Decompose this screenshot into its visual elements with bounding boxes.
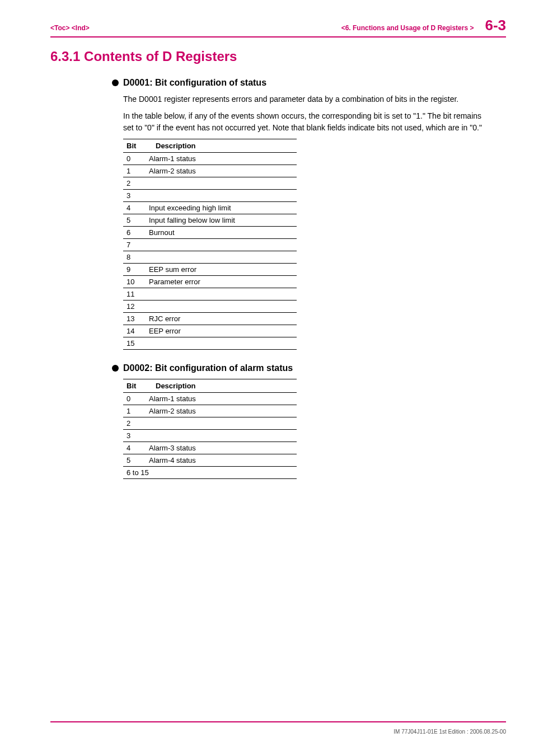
subsection-heading-d0001: D0001: Bit configuration of status — [112, 78, 484, 88]
table-d0001: Bit Description 0Alarm-1 status 1Alarm-2… — [123, 139, 297, 350]
table-row: 3 — [123, 429, 297, 442]
table-cell-bit: 3 — [123, 189, 146, 201]
table-header-desc: Description — [146, 379, 297, 392]
table-cell-bit: 1 — [123, 165, 146, 177]
table-row: 14EEP error — [123, 325, 297, 337]
table-cell-bit: 4 — [123, 442, 146, 454]
table-row: 5Alarm-4 status — [123, 454, 297, 466]
table-cell-desc — [146, 300, 297, 312]
: 1Alarm-2 status — [123, 165, 297, 177]
table-cell-bit: 14 — [123, 325, 146, 337]
paragraph: The D0001 register represents errors and… — [123, 93, 484, 105]
header-left-toc-ind[interactable]: <Toc> <Ind> — [50, 24, 90, 32]
table-row: 4Alarm-3 status — [123, 442, 297, 454]
table-cell-desc — [146, 251, 297, 263]
table-row: 9EEP sum error — [123, 263, 297, 275]
table-cell-desc: Alarm-2 status — [146, 405, 297, 417]
table-cell-desc — [146, 177, 297, 189]
header-right: <6. Functions and Usage of D Registers >… — [341, 17, 506, 34]
table-cell-bit: 6 to 15 — [123, 466, 297, 478]
table-cell-desc: EEP sum error — [146, 263, 297, 275]
paragraph: In the table below, if any of the events… — [123, 110, 484, 133]
table-row: 13RJC error — [123, 312, 297, 325]
table-cell-bit: 0 — [123, 392, 146, 405]
table-cell-bit: 9 — [123, 263, 146, 275]
table-cell-desc: Alarm-3 status — [146, 442, 297, 454]
table-header-bit: Bit — [123, 379, 146, 392]
subsection-title: D0002: Bit configuration of alarm status — [123, 363, 293, 373]
table-header-desc: Description — [146, 139, 297, 152]
footer-text: IM 77J04J11-01E 1st Edition : 2006.08.25… — [394, 729, 506, 735]
table-cell-desc: Alarm-1 status — [146, 152, 297, 165]
page-header: <Toc> <Ind> <6. Functions and Usage of D… — [50, 17, 506, 37]
subsection-title: D0001: Bit configuration of status — [123, 78, 266, 88]
header-breadcrumb[interactable]: <6. Functions and Usage of D Registers > — [341, 24, 474, 32]
table-cell-desc: Alarm-1 status — [146, 392, 297, 405]
table-cell-desc: Input falling below low limit — [146, 214, 297, 226]
bullet-icon — [112, 79, 119, 86]
table-cell-bit: 1 — [123, 405, 146, 417]
table-row: 4Input exceeding high limit — [123, 201, 297, 214]
table-cell-desc: Burnout — [146, 226, 297, 238]
table-cell-bit: 0 — [123, 152, 146, 165]
table-cell-desc: Alarm-2 status — [146, 165, 297, 177]
table-header-bit: Bit — [123, 139, 146, 152]
table-cell-bit: 10 — [123, 275, 146, 288]
table-cell-desc — [146, 189, 297, 201]
table-row: 6Burnout — [123, 226, 297, 238]
table-row: 10Parameter error — [123, 275, 297, 288]
table-cell-bit: 13 — [123, 312, 146, 325]
table-row: 11 — [123, 288, 297, 300]
section-title: 6.3.1 Contents of D Registers — [50, 49, 506, 64]
table-cell-bit: 3 — [123, 429, 146, 442]
page-number: 6-3 — [485, 17, 506, 34]
table-row: 12 — [123, 300, 297, 312]
table-row: 0Alarm-1 status — [123, 392, 297, 405]
table-cell-desc: Input exceeding high limit — [146, 201, 297, 214]
table-cell-desc: RJC error — [146, 312, 297, 325]
table-cell-desc: Alarm-4 status — [146, 454, 297, 466]
bullet-icon — [112, 365, 119, 372]
table-row: 6 to 15 — [123, 466, 297, 478]
table-cell-desc — [146, 288, 297, 300]
table-cell-desc: EEP error — [146, 325, 297, 337]
table-row: 5Input falling below low limit — [123, 214, 297, 226]
table-cell-bit: 6 — [123, 226, 146, 238]
table-row: 2 — [123, 177, 297, 189]
table-cell-bit: 2 — [123, 417, 146, 429]
table-cell-bit: 12 — [123, 300, 146, 312]
table-cell-desc — [146, 337, 297, 349]
table-row: 1Alarm-2 status — [123, 405, 297, 417]
table-cell-bit: 11 — [123, 288, 146, 300]
table-cell-desc: Parameter error — [146, 275, 297, 288]
table-cell-bit: 5 — [123, 454, 146, 466]
table-cell-bit: 5 — [123, 214, 146, 226]
table-cell-bit: 2 — [123, 177, 146, 189]
table-d0002: Bit Description 0Alarm-1 status 1Alarm-2… — [123, 379, 297, 479]
table-row: 15 — [123, 337, 297, 349]
table-cell-desc — [146, 238, 297, 251]
table-cell-bit: 8 — [123, 251, 146, 263]
table-row: 3 — [123, 189, 297, 201]
table-row: 0Alarm-1 status — [123, 152, 297, 165]
table-cell-bit: 15 — [123, 337, 146, 349]
table-cell-bit: 7 — [123, 238, 146, 251]
table-cell-bit: 4 — [123, 201, 146, 214]
footer-rule — [50, 721, 506, 722]
table-cell-desc — [146, 429, 297, 442]
table-cell-desc — [146, 417, 297, 429]
table-row: 2 — [123, 417, 297, 429]
subsection-heading-d0002: D0002: Bit configuration of alarm status — [112, 363, 484, 373]
table-row: 7 — [123, 238, 297, 251]
table-row: 8 — [123, 251, 297, 263]
